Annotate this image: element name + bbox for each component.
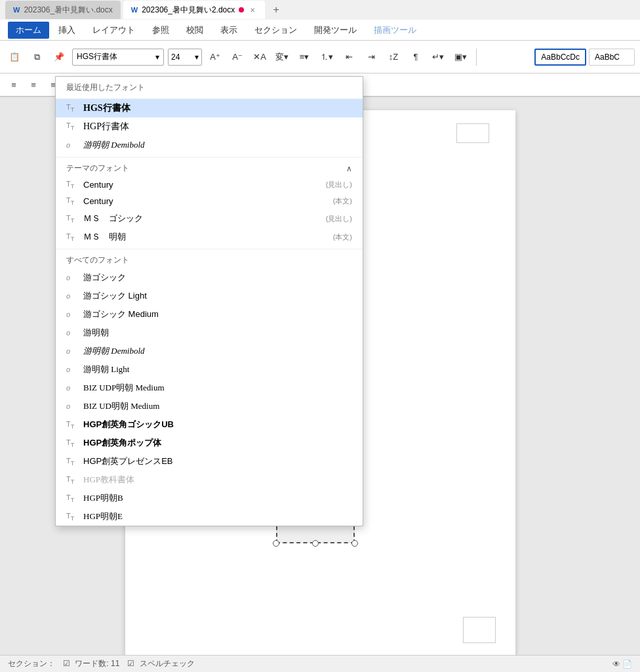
font-shrink-icon[interactable]: A⁻: [228, 49, 247, 66]
all-font-icon8: o: [66, 402, 78, 410]
font-name-hgp-soeikaku-gothic: HGP創英角ゴシックUB: [83, 419, 352, 430]
font-item-yu-gothic-light[interactable]: o 游ゴシック Light: [56, 287, 363, 305]
tab1[interactable]: W 202306_暑中見舞い.docx: [5, 1, 121, 19]
format-menu-icon[interactable]: 変▾: [273, 49, 291, 66]
align-center-icon[interactable]: ≡: [25, 76, 42, 93]
font-item-yu-mincho-demibold[interactable]: o 游明朝 Demibold: [56, 342, 363, 360]
font-item-hgp-kyokasho[interactable]: TT HGP教科書体: [56, 471, 363, 489]
font-item-ms-mincho[interactable]: TT ＭＳ 明朝 (本文): [56, 228, 363, 246]
font-tag-ms-mincho: (本文): [333, 232, 352, 242]
font-name-yu-mincho: 游明朝: [83, 327, 352, 339]
all-font-icon7: o: [66, 384, 78, 392]
outdent-icon[interactable]: ⇤: [340, 49, 358, 66]
handle-bot-center[interactable]: [312, 540, 319, 547]
list-number-icon[interactable]: ⒈▾: [317, 49, 336, 66]
paste-icon[interactable]: 📌: [50, 49, 68, 66]
recent-fonts-header: 最近使用したフォント: [56, 77, 363, 99]
font-item-hgp-soeikaku-gothic[interactable]: TT HGP創英角ゴシックUB: [56, 415, 363, 434]
font-item-hgs-gyosho[interactable]: TT HGS行書体: [56, 99, 363, 117]
sort-icon[interactable]: ↕Z: [384, 49, 403, 66]
show-marks-icon[interactable]: ¶: [407, 49, 425, 66]
clear-format-icon[interactable]: ✕A: [250, 49, 269, 66]
all-fonts-header: すべてのフォント: [56, 249, 363, 268]
new-tab-button[interactable]: +: [268, 1, 285, 18]
font-name-hgp-kyokasho: HGP教科書体: [83, 474, 352, 486]
tab-layout[interactable]: レイアウト: [85, 22, 143, 39]
all-font-icon12: TT: [66, 475, 78, 485]
all-font-icon9: TT: [66, 420, 78, 430]
font-tag-ms-gothic: (見出し): [326, 214, 352, 224]
style-normal-label: AaBbCcDc: [541, 52, 580, 62]
font-name-dropdown-icon: ▾: [155, 52, 159, 62]
font-item-biz-ud[interactable]: o BIZ UD明朝 Medium: [56, 397, 363, 415]
tab-devtools[interactable]: 開発ツール: [306, 22, 365, 39]
font-name-century1: Century: [83, 180, 321, 190]
font-item-ms-gothic[interactable]: TT ＭＳ ゴシック (見出し): [56, 209, 363, 228]
handle-bot-right[interactable]: [351, 540, 358, 547]
indent-level-icon[interactable]: ↵▾: [429, 49, 447, 66]
font-item-hgp-soeikaku-pop[interactable]: TT HGP創英角ポップ体: [56, 434, 363, 452]
align-left-icon[interactable]: ≡: [5, 76, 22, 93]
font-item-yu-mincho[interactable]: o 游明朝: [56, 324, 363, 342]
font-item-century-heading[interactable]: TT Century (見出し): [56, 177, 363, 193]
border-icon[interactable]: ▣▾: [451, 49, 470, 66]
small-box-top-right: [456, 123, 489, 143]
font-item-yu-gothic[interactable]: o 游ゴシック: [56, 268, 363, 287]
all-font-icon10: TT: [66, 438, 78, 448]
font-name-century2: Century: [83, 196, 328, 206]
clipboard-icon[interactable]: 📋: [5, 49, 24, 66]
wordcount-checkbox-icon: ☑: [63, 659, 70, 668]
list-bullet-icon[interactable]: ≡▾: [295, 49, 313, 66]
font-name-hgp-mincho-e: HGP明朝E: [83, 511, 352, 522]
ribbon-tabs: ホーム 挿入 レイアウト 参照 校閲 表示 セクション 開発ツール 描画ツール: [0, 20, 640, 41]
tab2-close-button[interactable]: ✕: [248, 5, 257, 14]
tab-insert[interactable]: 挿入: [50, 22, 83, 39]
font-name-yu-gothic-light: 游ゴシック Light: [83, 290, 352, 302]
font-item-hgp-gyosho[interactable]: TT HGP行書体: [56, 117, 363, 136]
font-item-yu-mincho-light[interactable]: o 游明朝 Light: [56, 360, 363, 379]
font-name-hgp-mincho-b: HGP明朝B: [83, 492, 352, 504]
style-normal[interactable]: AaBbCcDc: [534, 49, 586, 66]
tab-review[interactable]: 校閲: [178, 22, 211, 39]
font-item-biz-udp[interactable]: o BIZ UDP明朝 Medium: [56, 379, 363, 397]
font-name-biz-ud: BIZ UD明朝 Medium: [83, 400, 352, 412]
font-size-input[interactable]: 24 ▾: [168, 49, 202, 66]
tab-section[interactable]: セクション: [247, 22, 305, 39]
tab2[interactable]: W 202306_暑中見舞い2.docx ✕: [123, 1, 265, 19]
font-item-hgp-mincho-b[interactable]: TT HGP明朝B: [56, 489, 363, 507]
font-name-hgp-soeikaku-pop: HGP創英角ポップ体: [83, 437, 352, 449]
font-name-hgp-soei-presence: HGP創英プレゼンスEB: [83, 455, 352, 467]
all-font-icon14: TT: [66, 512, 78, 522]
font-item-yu-gothic-medium[interactable]: o 游ゴシック Medium: [56, 305, 363, 324]
theme-collapse-icon[interactable]: ∧: [346, 164, 352, 173]
style-heading[interactable]: AaBbC: [589, 49, 635, 66]
theme-fonts-header: テーマのフォント ∧: [56, 157, 363, 177]
font-tag-century1: (見出し): [326, 180, 352, 190]
indent-icon[interactable]: ⇥: [362, 49, 380, 66]
spellcheck-label: ☑ スペルチェック: [127, 658, 194, 669]
font-item-century-body[interactable]: TT Century (本文): [56, 193, 363, 209]
status-icons: 👁 📄: [612, 660, 632, 669]
theme-font-icon1: TT: [66, 180, 78, 190]
ribbon-bar: 📋 ⧉ 📌 HGS行書体 ▾ 24 ▾ A⁺ A⁻ ✕A 変▾ ≡▾ ⒈▾ ⇤ …: [0, 41, 640, 74]
tab-home[interactable]: ホーム: [8, 22, 49, 39]
all-font-icon2: o: [66, 292, 78, 300]
tab-view[interactable]: 表示: [212, 22, 245, 39]
tab-drawtools[interactable]: 描画ツール: [366, 22, 424, 39]
handle-bot-left[interactable]: [273, 540, 279, 547]
font-item-hgp-mincho-e[interactable]: TT HGP明朝E: [56, 507, 363, 526]
font-item-hgp-soei-presence[interactable]: TT HGP創英プレゼンスEB: [56, 452, 363, 471]
font-grow-icon[interactable]: A⁺: [206, 49, 224, 66]
ribbon-divider1: [476, 49, 477, 66]
all-font-icon11: TT: [66, 457, 78, 467]
font-name-ms-mincho: ＭＳ 明朝: [83, 231, 328, 243]
font-item-yu-mincho-demibold-recent[interactable]: o 游明朝 Demibold: [56, 136, 363, 154]
tab2-label: 202306_暑中見舞い2.docx: [142, 5, 235, 16]
tab1-icon: W: [13, 6, 20, 14]
tab1-label: 202306_暑中見舞い.docx: [24, 5, 112, 16]
font-name-input[interactable]: HGS行書体 ▾: [72, 49, 164, 66]
font-name-biz-udp: BIZ UDP明朝 Medium: [83, 382, 352, 394]
tab-reference[interactable]: 参照: [144, 22, 177, 39]
copy-icon[interactable]: ⧉: [28, 49, 46, 66]
font-type-icon2: TT: [66, 121, 78, 131]
